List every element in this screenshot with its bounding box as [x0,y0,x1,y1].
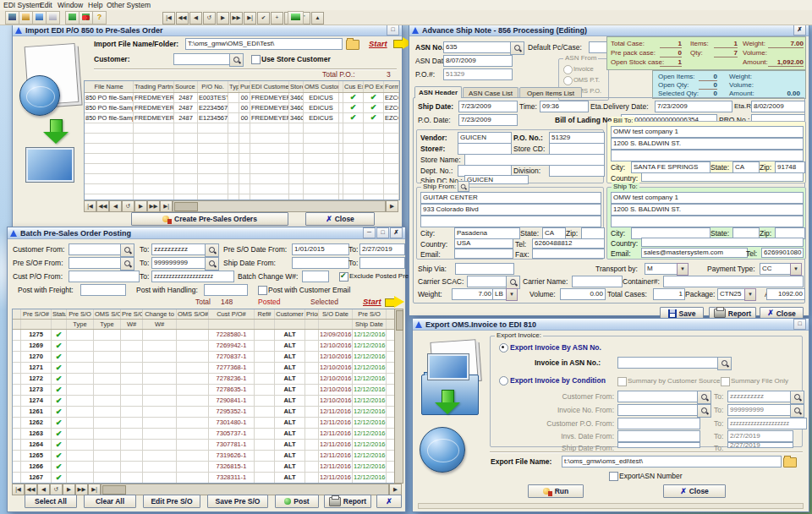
post-button[interactable]: Post [275,495,319,508]
ship-date-from-input[interactable] [292,257,349,269]
export-asn-number-checkbox[interactable] [609,472,618,481]
nav-button[interactable]: ▶▶ [75,484,88,495]
radio-export-by-condition[interactable] [499,376,508,386]
nav-button[interactable]: ◀◀ [96,200,109,212]
from-zip-input[interactable] [581,227,605,239]
invoice-no-to-search[interactable] [790,404,804,418]
nav-button[interactable]: ▶| [88,484,101,495]
document-icon[interactable] [46,11,60,25]
minimize-icon[interactable]: ─ [363,227,376,238]
batch-close-button[interactable]: ✗Close [376,495,402,508]
export-customer-to-input[interactable]: zzzzzzzzzz [727,391,793,402]
ship-date-input[interactable]: 7/23/2009 [458,101,518,112]
pre-so-date-from-input[interactable]: 1/01/2015 [292,243,349,255]
start-button[interactable]: Start [369,39,387,48]
nav-button[interactable]: ↺ [122,200,134,212]
batch-window-titlebar[interactable]: Batch Pre-Sales Order Posting ─ □ ✗ [8,227,405,239]
screen-icon[interactable] [32,11,47,25]
customer-input[interactable] [173,53,231,65]
cust-po-to-input[interactable]: zzzzzzzzzzzzzzzzzzzz [151,271,234,282]
file-folder-input[interactable]: T:\oms_gmw\OMS_EDI\Test\ [185,38,343,50]
asn-no-input[interactable]: 635 [443,41,513,53]
h-scrollbar[interactable] [101,484,389,495]
table-row[interactable]: 1274✔7290841-1ALT12/10/201612/12/2016 [13,396,395,407]
toolbar-nav-button[interactable]: ✔ [257,12,270,25]
store-input[interactable] [458,143,512,155]
customer-from-search[interactable] [120,243,134,257]
batch-change-input[interactable] [302,271,329,282]
invoice-no-from-input[interactable] [617,404,700,416]
monitor-icon[interactable] [288,11,304,25]
from-email-input[interactable] [454,249,513,259]
customer-po-from-input[interactable] [617,418,700,429]
carrier-scac-search[interactable] [506,276,520,289]
table-row[interactable]: 850 PO file-SampFREDMEYERS2487E003TEST00… [85,93,399,103]
toolbar-nav-button[interactable]: ◀ [189,12,202,25]
bill-zip-input[interactable]: 91748 [775,161,805,173]
from-fax-input[interactable] [532,249,605,259]
from-state-input[interactable]: CA [542,227,566,239]
post-handling-input[interactable] [204,284,248,296]
close-icon[interactable]: ✗ [793,25,806,36]
radio-export-by-asn[interactable] [499,343,508,353]
invs-date-from-input[interactable] [617,430,700,442]
post-freight-input[interactable] [80,284,126,296]
weight-unit-select[interactable]: LB▼ [492,288,518,300]
time-input[interactable]: 09:36 [540,101,589,112]
nav-button[interactable]: ↺ [50,484,63,495]
pre-so-to-search[interactable] [205,257,219,271]
restore-icon[interactable]: □ [387,25,399,36]
select-all-button[interactable]: Select All [25,495,77,508]
summary-by-customer-checkbox[interactable] [617,377,627,386]
toolbar-nav-button[interactable]: ▶▶ [230,12,243,25]
nav-button[interactable]: |◀ [84,200,96,212]
nav-button[interactable]: ◀ [37,484,50,495]
cherries-icon[interactable] [79,11,93,25]
computer-icon[interactable] [5,11,19,25]
use-store-customer-checkbox[interactable] [251,55,261,64]
total-cases-input[interactable]: 1 [653,288,685,300]
edit-pre-so-button[interactable]: Edit Pre S/O [143,495,200,508]
export-close-button[interactable]: ✗Close [663,484,726,498]
toolbar-nav-button[interactable]: + [271,12,283,25]
cust-po-from-input[interactable] [69,271,140,282]
from-city-input[interactable]: Pasadena [454,227,520,239]
export-browse-folder-icon[interactable] [783,457,797,468]
radio-invoice[interactable] [563,65,573,74]
batch-start-arrow-icon[interactable] [385,296,405,308]
nav-button[interactable]: ◀◀ [25,484,37,495]
to-country-input[interactable] [641,238,804,247]
close-icon[interactable]: ✗ [390,227,403,238]
summary-file-only-checkbox[interactable] [721,377,730,386]
container-input[interactable] [663,276,804,287]
pre-so-date-to-input[interactable]: 2/27/2019 [359,243,405,255]
nav-button[interactable]: ▶▶ [147,200,160,212]
export-ship-date-from-input[interactable] [617,442,700,448]
bill-addr3-input[interactable] [611,150,804,161]
table-row[interactable]: 1265✔7319626-1ALT12/11/201612/12/2016 [13,451,395,462]
exclude-posted-checkbox[interactable] [339,272,348,282]
customer-to-input[interactable]: zzzzzzzzzz [151,243,207,255]
invoice-asn-search[interactable] [717,357,732,370]
customer-search-button[interactable] [229,53,244,67]
h-scrollbar[interactable] [173,200,386,212]
export-file-name-input[interactable]: t:\oms_gmw\oms_edi\test\ [562,456,782,468]
division-input[interactable] [549,165,605,177]
pre-so-from-search[interactable] [120,257,134,271]
po-date-input[interactable]: 7/23/2009 [458,114,518,126]
ship-via-input[interactable] [455,263,514,275]
asn-date-input[interactable]: 8/07/2009 [443,55,513,67]
from-tel-input[interactable]: 6260488812 [532,238,605,249]
ship-dc-input[interactable]: GUICEN [464,175,529,184]
table-row[interactable]: 1262✔7301480-1ALT12/11/201612/12/2016 [13,418,395,429]
nav-button[interactable]: ▶ [63,484,75,495]
bill-state-input[interactable]: CA [732,161,760,173]
asn-po-input[interactable]: 51329 [443,68,513,80]
import-close-button[interactable]: ✗ Close [305,212,375,226]
ship-from-search[interactable] [458,181,469,192]
nav-button[interactable]: |◀ [12,484,25,495]
customer-po-to-input[interactable]: zzzzzzzzzzzzzzzzzzzz [727,418,807,429]
store-name-input[interactable] [464,154,605,166]
bill-city-input[interactable]: SANTA FE SPRINGS [631,161,710,173]
carrier-name-input[interactable] [572,276,623,287]
